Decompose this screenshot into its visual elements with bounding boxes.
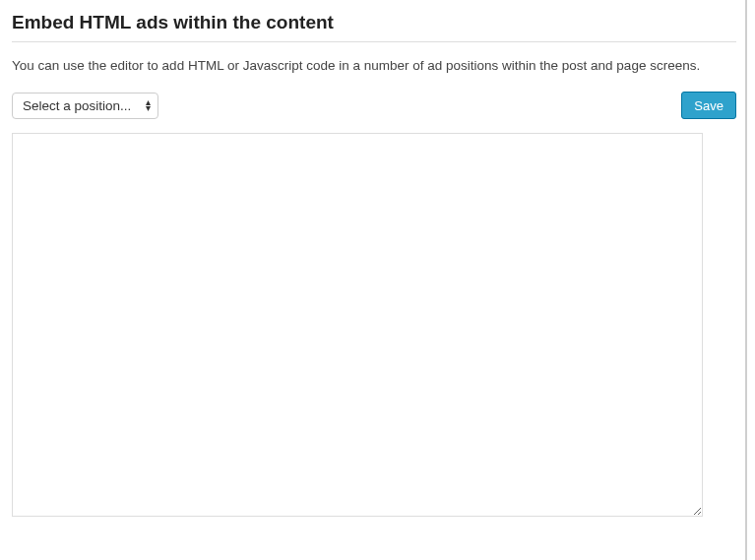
right-divider: [745, 0, 747, 560]
position-select-wrapper: Select a position... ▴▾: [12, 93, 158, 119]
panel-heading: Embed HTML ads within the content: [12, 12, 736, 42]
save-button[interactable]: Save: [681, 92, 736, 119]
controls-row: Select a position... ▴▾ Save: [12, 92, 736, 119]
html-editor[interactable]: [12, 133, 703, 517]
position-select[interactable]: Select a position...: [12, 93, 158, 119]
panel-description: You can use the editor to add HTML or Ja…: [12, 56, 721, 76]
settings-panel: Embed HTML ads within the content You ca…: [0, 0, 748, 532]
